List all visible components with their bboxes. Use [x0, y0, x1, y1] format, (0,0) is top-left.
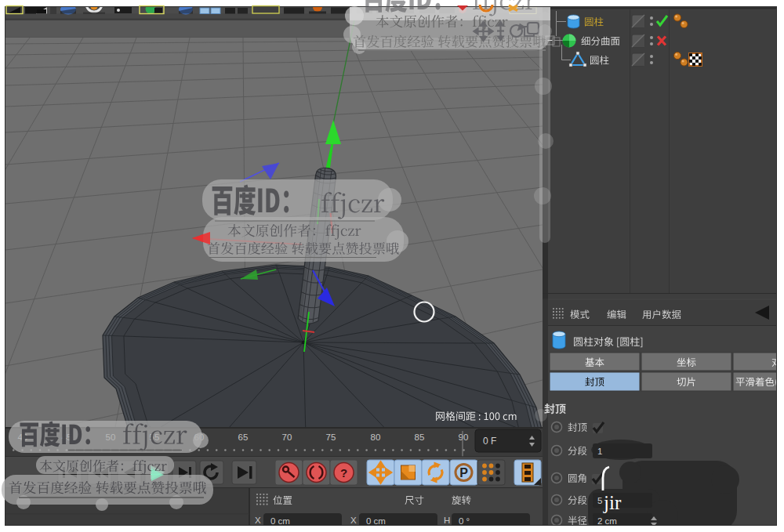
svg-text:0 °: 0 °	[459, 516, 470, 526]
svg-text:0 cm: 0 cm	[270, 516, 290, 526]
svg-text:H: H	[444, 516, 450, 525]
svg-text:70: 70	[282, 432, 292, 442]
svg-text:P: P	[459, 466, 468, 480]
svg-text:?: ?	[340, 466, 347, 480]
svg-text:75: 75	[326, 432, 336, 442]
svg-text:80: 80	[371, 432, 381, 442]
svg-text:5: 5	[597, 496, 602, 505]
svg-text:X: X	[350, 516, 357, 525]
svg-text:X: X	[255, 516, 261, 525]
svg-text:65: 65	[238, 432, 249, 442]
svg-text:90: 90	[459, 432, 469, 442]
svg-text:1: 1	[597, 447, 602, 456]
svg-text:2 cm: 2 cm	[597, 516, 617, 526]
svg-text:0 F: 0 F	[483, 436, 496, 447]
svg-text:jir: jir	[603, 492, 622, 513]
svg-text:0 cm: 0 cm	[366, 516, 386, 526]
svg-text:85: 85	[415, 432, 425, 442]
